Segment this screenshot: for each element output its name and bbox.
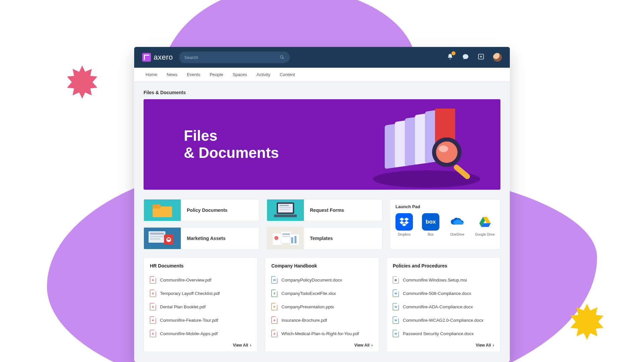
file-name: Communifire.Windows.Setup.msi [403,278,467,283]
brand-logo[interactable]: axero [142,53,173,62]
notifications-button[interactable] [447,53,453,61]
svg-rect-40 [294,236,297,243]
starburst-pink-icon [64,64,101,101]
file-doc-icon: W [393,303,399,310]
file-row[interactable]: ACommunifire-Mobile-Apps.pdf [150,327,251,340]
svg-line-3 [282,58,284,59]
file-row[interactable]: WCompanyPolicyDocument.docx [271,273,373,287]
tile-thumb-icon [267,199,304,221]
file-name: CompanyTodoExcelFile.xlsx [281,291,336,296]
column-hr-documents: HR DocumentsACommunifire-Overview.pdfATe… [144,257,258,352]
file-name: Communifire-Feature-Tour.pdf [160,318,218,323]
file-name: Communifire-WCAG2.0-Compliance.docx [403,318,484,323]
file-name: Communifire-Mobile-Apps.pdf [160,331,218,336]
tile-label: Request Forms [304,207,344,213]
svg-rect-24 [279,207,291,208]
view-all-link[interactable]: View All › [150,340,251,348]
view-all-link[interactable]: View All › [393,340,494,348]
add-button[interactable] [478,53,484,61]
tile-marketing-assets[interactable]: Marketing Assets [144,227,259,249]
file-row[interactable]: WCommunifire-508-Compliance.docx [393,287,494,300]
launch-label: Box [422,233,439,236]
gdrive-icon [476,213,494,231]
file-row[interactable]: AWhich-Medical-Plan-is-Right-for-You.pdf [271,327,373,340]
nav-news[interactable]: News [167,72,178,77]
tile-label: Policy Documents [181,207,227,213]
svg-point-2 [280,56,283,58]
file-row[interactable]: AInsurance-Brochure.pdf [271,313,373,327]
nav-content[interactable]: Content [280,72,295,77]
svg-rect-19 [153,204,161,208]
svg-rect-29 [150,238,160,240]
dropbox-icon [395,213,413,231]
starburst-yellow-icon [567,302,607,342]
launchpad-grid: DropboxboxBoxOneDriveGoogle Drive [395,213,495,236]
view-all-link[interactable]: View All › [271,340,373,348]
topbar-actions [447,53,502,62]
file-row[interactable]: WCommunifire-ADA-Compliance.docx [393,300,494,313]
tile-policy-documents[interactable]: Policy Documents [144,199,259,221]
tile-thumb-icon [144,199,181,221]
file-name: Temporary Layoff Checklist.pdf [160,291,220,296]
column-title: Company Handbook [271,263,373,268]
tile-thumb-icon [267,228,304,249]
launch-dropbox[interactable]: Dropbox [395,213,413,236]
category-tiles: Policy DocumentsRequest FormsMarketing A… [144,199,382,249]
svg-point-15 [436,141,458,163]
file-row[interactable]: ▣Communifire.Windows.Setup.msi [393,273,494,287]
file-pdf-icon: A [150,316,156,324]
svg-marker-41 [399,218,404,221]
hero-line1: Files [184,127,217,144]
file-row[interactable]: ACommunifire-Overview.pdf [150,273,251,287]
svg-rect-23 [279,205,289,206]
nav-home[interactable]: Home [146,72,157,77]
hero-line2: & Documents [184,144,279,161]
column-title: HR Documents [150,263,251,268]
content-area: Files & Documents Files & Documents [134,82,510,360]
file-row[interactable]: ADental Plan Booklet.pdf [150,300,251,313]
search-field[interactable] [179,52,290,63]
search-input[interactable] [184,55,276,60]
tile-templates[interactable]: Templates [267,227,382,249]
file-name: Password Security Compliance.docx [403,331,474,336]
file-columns: HR DocumentsACommunifire-Overview.pdfATe… [144,257,500,352]
column-company-handbook: Company HandbookWCompanyPolicyDocument.d… [265,257,379,352]
file-name: Communifire-ADA-Compliance.docx [403,304,473,309]
nav-activity[interactable]: Activity [257,72,270,77]
chat-icon [462,53,469,60]
file-row[interactable]: PCompanyPresentation.pptx [271,300,373,313]
nav-people[interactable]: People [210,72,223,77]
launch-google-drive[interactable]: Google Drive [475,213,495,236]
chat-button[interactable] [462,53,469,61]
avatar[interactable] [493,53,502,62]
tile-label: Marketing Assets [181,236,225,241]
svg-marker-0 [67,66,97,99]
svg-rect-37 [282,233,290,235]
file-row[interactable]: XCompanyTodoExcelFile.xlsx [271,287,373,300]
chevron-right-icon: › [250,343,251,348]
file-row[interactable]: ATemporary Layoff Checklist.pdf [150,287,251,300]
file-row[interactable]: WCommunifire-WCAG2.0-Compliance.docx [393,313,494,327]
svg-rect-32 [167,238,170,240]
file-pdf-icon: A [271,316,277,324]
brand-mark-icon [142,53,151,62]
brand-name: axero [154,53,173,62]
launch-onedrive[interactable]: OneDrive [448,213,466,236]
file-pdf-icon: A [150,290,156,297]
search-icon [280,55,284,60]
svg-rect-22 [274,215,297,217]
hero-heading: Files & Documents [184,127,279,161]
svg-rect-28 [150,236,164,237]
file-name: Communifire-Overview.pdf [160,278,211,283]
file-xls-icon: X [271,290,277,297]
svg-marker-1 [571,304,603,340]
plus-box-icon [478,53,484,60]
file-row[interactable]: WPassword Security Compliance.docx [393,327,494,340]
tile-request-forms[interactable]: Request Forms [267,199,382,221]
nav-spaces[interactable]: Spaces [232,72,247,77]
launchpad-title: Launch Pad [395,204,495,209]
launch-box[interactable]: boxBox [422,213,439,236]
nav-events[interactable]: Events [187,72,200,77]
app-window: axero HomeNewsEventsPeopleSpacesActivity… [134,47,510,362]
file-row[interactable]: ACommunifire-Feature-Tour.pdf [150,313,251,327]
